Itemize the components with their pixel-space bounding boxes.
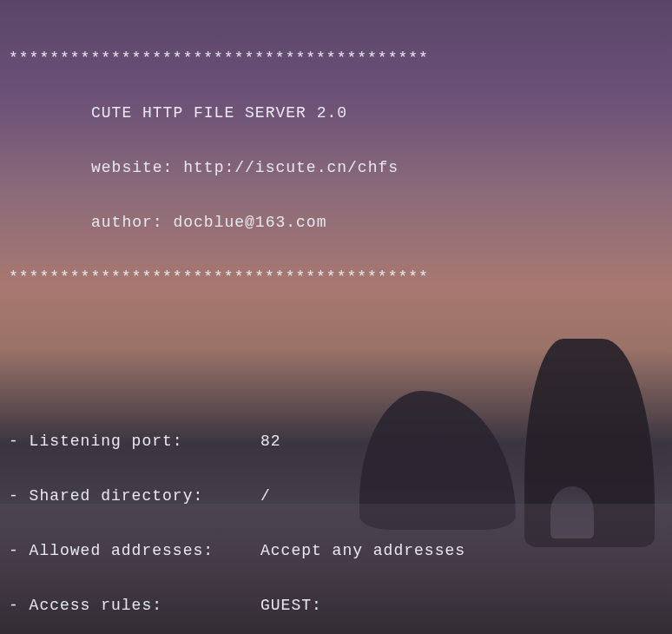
- access-rules-guest: GUEST:: [260, 592, 663, 620]
- author-label: author:: [91, 214, 163, 231]
- header-border-bottom: ****************************************…: [9, 264, 663, 292]
- terminal-output: ****************************************…: [0, 0, 672, 634]
- author-value: docblue@163.com: [173, 214, 326, 231]
- listening-port-row: - Listening port:82: [9, 428, 663, 456]
- shared-directory-value: /: [260, 483, 663, 511]
- website-line: website: http://iscute.cn/chfs: [9, 155, 663, 182]
- access-rules-row: - Access rules:GUEST:: [9, 592, 663, 620]
- header-border-top: ****************************************…: [9, 45, 663, 73]
- allowed-addresses-label: - Allowed addresses:: [9, 538, 260, 565]
- listening-port-value: 82: [260, 428, 663, 456]
- access-rules-label: - Access rules:: [9, 592, 260, 620]
- allowed-addresses-value: Accept any addresses: [260, 538, 663, 565]
- app-title: CUTE HTTP FILE SERVER 2.0: [9, 100, 663, 128]
- website-value: http://iscute.cn/chfs: [183, 159, 399, 176]
- shared-directory-label: - Shared directory:: [9, 483, 260, 511]
- shared-directory-row: - Shared directory:/: [9, 483, 663, 511]
- allowed-addresses-row: - Allowed addresses:Accept any addresses: [9, 538, 663, 565]
- website-label: website:: [91, 159, 173, 176]
- listening-port-label: - Listening port:: [9, 428, 260, 456]
- author-line: author: docblue@163.com: [9, 209, 663, 237]
